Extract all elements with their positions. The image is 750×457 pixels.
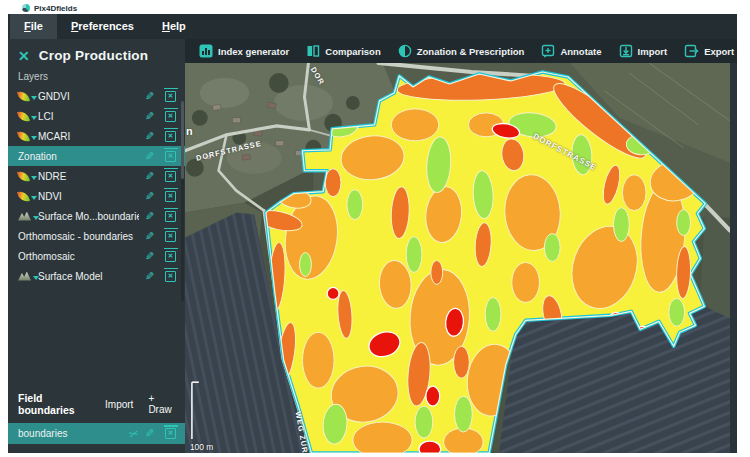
edit-icon[interactable]: ✎ — [145, 111, 154, 122]
delete-icon[interactable]: ✕ — [165, 251, 176, 262]
edit-icon[interactable]: ✎ — [145, 91, 154, 102]
index-generator-icon — [199, 44, 213, 58]
project-header: ✕ Crop Production — [8, 39, 185, 68]
layer-label: Orthomosaic - boundaries — [18, 231, 139, 242]
menu-bar: File Preferences Help — [8, 14, 737, 39]
import-boundaries-button[interactable]: Import — [105, 399, 133, 410]
leaf-icon[interactable] — [18, 91, 38, 102]
annotate-icon — [541, 44, 555, 58]
close-icon[interactable]: ✕ — [18, 49, 30, 63]
toolbar-button-label: Comparison — [325, 46, 380, 57]
layer-row-lci[interactable]: LCI ✎ ✕ — [8, 106, 185, 126]
edit-icon[interactable]: ✎ — [145, 191, 154, 202]
leaf-icon[interactable] — [18, 171, 38, 182]
leaf-icon[interactable] — [18, 111, 38, 122]
sidebar-scrollbar[interactable] — [181, 101, 184, 301]
delete-icon[interactable]: ✕ — [165, 91, 176, 102]
delete-icon[interactable]: ✕ — [165, 111, 176, 122]
import-button[interactable]: Import — [613, 44, 679, 58]
project-title: Crop Production — [39, 48, 149, 63]
app-window: Pix4Dfields File Preferences Help ✕ Crop… — [8, 2, 737, 453]
delete-icon[interactable]: ✕ — [165, 231, 176, 242]
cut-icon[interactable]: ✂ — [127, 426, 140, 440]
delete-icon[interactable]: ✕ — [165, 171, 176, 182]
layer-label: NDVI — [38, 191, 139, 202]
index-generator-button[interactable]: Index generator — [193, 44, 300, 58]
import-icon — [619, 44, 633, 58]
leaf-icon[interactable] — [18, 131, 38, 142]
layer-label: LCI — [38, 111, 139, 122]
delete-icon[interactable]: ✕ — [165, 191, 176, 202]
toolbar-button-label: Annotate — [560, 46, 601, 57]
export-button[interactable]: Export — [678, 44, 745, 58]
leaf-icon[interactable] — [18, 191, 38, 202]
toolbar-button-label: Export — [704, 46, 734, 57]
layer-row-surface-model[interactable]: Surface Model ✎ ✕ — [8, 266, 185, 286]
zonation-icon — [398, 44, 412, 58]
edit-icon[interactable]: ✎ — [145, 251, 154, 262]
layer-row-ndvi[interactable]: NDVI ✎ ✕ — [8, 186, 185, 206]
layer-label: Zonation — [18, 151, 139, 162]
chevron-down-icon — [31, 116, 37, 120]
layer-label: Surface Model — [38, 271, 139, 282]
layers-heading: Layers — [8, 68, 185, 86]
toolbar-button-label: Zonation & Prescription — [417, 46, 525, 57]
layer-row-ndre[interactable]: NDRE ✎ ✕ — [8, 166, 185, 186]
edit-icon[interactable]: ✎ — [145, 171, 154, 182]
chevron-down-icon — [31, 96, 37, 100]
edit-icon[interactable]: ✎ — [145, 231, 154, 242]
edit-icon[interactable]: ✎ — [145, 211, 154, 222]
layer-label: NDRE — [38, 171, 139, 182]
layer-label: Surface Mo...boundaries — [38, 211, 139, 222]
layer-row-surface-boundaries[interactable]: Surface Mo...boundaries ✎ ✕ — [8, 206, 185, 226]
zonation-prescription-button[interactable]: Zonation & Prescription — [392, 44, 536, 58]
delete-icon[interactable]: ✕ — [165, 271, 176, 282]
export-icon — [684, 44, 699, 58]
field-boundaries-header: Field boundaries Import + Draw — [8, 392, 185, 423]
chevron-down-icon — [31, 196, 37, 200]
delete-icon[interactable]: ✕ — [165, 131, 176, 142]
comparison-icon — [306, 44, 320, 58]
menu-preferences[interactable]: Preferences — [57, 14, 148, 39]
layer-row-mcari[interactable]: MCARI ✎ ✕ — [8, 126, 185, 146]
toolbar-button-label: Index generator — [218, 46, 289, 57]
draw-boundaries-button[interactable]: + Draw — [148, 393, 175, 415]
chevron-down-icon — [31, 176, 37, 180]
street-label-cutoff: n — [186, 125, 194, 137]
delete-icon[interactable]: ✕ — [165, 211, 176, 222]
layer-row-orthomosaic[interactable]: Orthomosaic ✎ ✕ — [8, 246, 185, 266]
surface-model-icon[interactable] — [18, 212, 38, 221]
comparison-button[interactable]: Comparison — [300, 44, 391, 58]
field-boundaries-heading: Field boundaries — [18, 392, 88, 416]
edit-icon[interactable]: ✎ — [145, 271, 154, 282]
app-logo-icon — [22, 4, 30, 12]
boundary-label: boundaries — [18, 428, 123, 439]
sidebar: ✕ Crop Production Layers GNDVI ✎ ✕ LCI ✎… — [8, 39, 185, 453]
surface-model-icon[interactable] — [18, 272, 38, 281]
layer-label: GNDVI — [38, 91, 139, 102]
delete-icon[interactable]: ✕ — [165, 428, 176, 439]
toolbar: Index generator Comparison Zonation & Pr… — [185, 39, 737, 63]
layer-label: Orthomosaic — [18, 251, 139, 262]
map-canvas[interactable]: n DORFSTRASSE DOR DORFSTRASSE WEG ZUR 10… — [185, 63, 730, 453]
layer-row-orthomosaic-boundaries[interactable]: Orthomosaic - boundaries ✎ ✕ — [8, 226, 185, 246]
chevron-down-icon — [31, 136, 37, 140]
layer-row-gndvi[interactable]: GNDVI ✎ ✕ — [8, 86, 185, 106]
map-viewport[interactable]: n DORFSTRASSE DOR DORFSTRASSE WEG ZUR 10… — [185, 63, 737, 453]
annotate-button[interactable]: Annotate — [535, 44, 612, 58]
title-bar: Pix4Dfields — [8, 2, 737, 14]
delete-icon[interactable]: ✕ — [165, 151, 176, 162]
edit-icon[interactable]: ✎ — [145, 428, 154, 439]
scale-label: 100 m — [190, 442, 213, 452]
menu-file[interactable]: File — [10, 14, 57, 39]
toolbar-button-label: Import — [638, 46, 668, 57]
app-title: Pix4Dfields — [34, 4, 77, 13]
menu-help[interactable]: Help — [148, 14, 200, 39]
edit-icon[interactable]: ✎ — [145, 151, 154, 162]
layer-row-zonation[interactable]: Zonation ✎ ✕ — [8, 146, 185, 166]
scrollbar-thumb[interactable] — [181, 101, 184, 179]
edit-icon[interactable]: ✎ — [145, 131, 154, 142]
boundary-row-boundaries[interactable]: boundaries ✂ ✎ ✕ — [8, 423, 185, 444]
layer-label: MCARI — [38, 131, 139, 142]
